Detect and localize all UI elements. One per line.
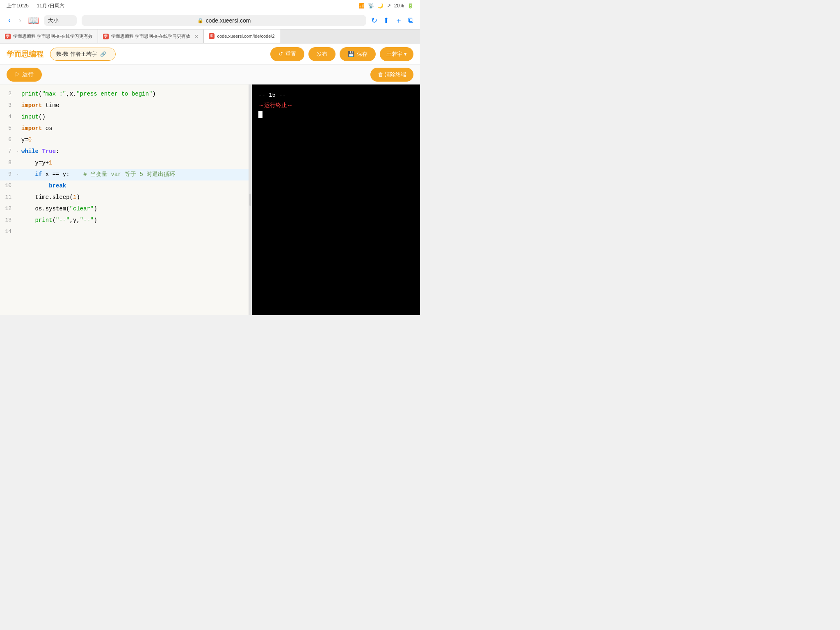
link-icon: 🔗: [100, 51, 106, 57]
bookmarks-icon[interactable]: 📖: [28, 15, 39, 26]
main-content: 2 print("max :",x,"press enter to begin"…: [0, 84, 420, 315]
tab-3-favicon: 学: [209, 33, 215, 39]
app-logo: 学而思编程: [7, 49, 43, 59]
forward-button[interactable]: ›: [17, 14, 23, 26]
tab-3[interactable]: 学 code.xueersi.com/ide/code/2: [204, 30, 280, 43]
editor-divider[interactable]: [249, 84, 252, 315]
code-line-12: 12 os.system("clear"): [0, 203, 249, 215]
url-text: code.xueersi.com: [206, 17, 251, 24]
moon-icon: 🌙: [377, 3, 383, 9]
battery-level: 20%: [394, 3, 404, 9]
app-header: 学而思编程 数-数 作者王若宇 🔗 ↺ 重置 发布 💾 保存 王若宇 ▾: [0, 43, 420, 65]
tab-1-label: 学而思编程 学而思网校-在线学习更有效: [13, 33, 93, 39]
back-button[interactable]: ‹: [7, 14, 12, 26]
code-line-13: 13 print("--",y,"--"): [0, 215, 249, 226]
status-icons: 📶 📡 🌙 ↗ 20% 🔋: [358, 3, 413, 9]
terminal-cursor-line: [258, 111, 413, 118]
code-line-4: 4 input(): [0, 112, 249, 123]
lock-icon: 🔒: [197, 18, 203, 23]
reset-button[interactable]: ↺ 重置: [270, 47, 304, 61]
address-left-input[interactable]: 大小: [44, 15, 77, 26]
terminal: -- 15 -- ～运行终止～: [252, 84, 420, 315]
tab-1-favicon: 学: [5, 34, 11, 39]
nav-bar: ‹ › 📖 大小 🔒 code.xueersi.com ↻ ⬆ ＋ ⧉: [0, 11, 420, 30]
nav-actions: ↻ ⬆ ＋ ⧉: [371, 16, 413, 25]
code-editor[interactable]: 2 print("max :",x,"press enter to begin"…: [0, 84, 249, 315]
save-button[interactable]: 💾 保存: [340, 47, 376, 61]
tabs-overview-button[interactable]: ⧉: [408, 16, 413, 25]
code-line-10: 10 break: [0, 180, 249, 192]
reset-icon: ↺: [278, 51, 283, 57]
address-bar[interactable]: 🔒 code.xueersi.com: [82, 15, 366, 26]
code-line-5: 5 import os: [0, 123, 249, 135]
header-actions: ↺ 重置 发布 💾 保存 王若宇 ▾: [270, 47, 413, 61]
status-time-date: 上午10:25 11月7日周六: [7, 2, 64, 9]
terminal-cursor: [258, 111, 262, 118]
save-icon: 💾: [348, 51, 354, 57]
user-button[interactable]: 王若宇 ▾: [380, 47, 413, 61]
toolbar: ▷ 运行 🗑 清除终端: [0, 65, 420, 84]
code-line-11: 11 time.sleep(1): [0, 192, 249, 203]
code-line-2: 2 print("max :",x,"press enter to begin"…: [0, 89, 249, 100]
code-line-7: 7 · while True:: [0, 146, 249, 158]
terminal-line-1: -- 15 --: [258, 90, 413, 100]
code-line-6: 6 y=0: [0, 135, 249, 146]
battery-icon: 🔋: [407, 3, 413, 9]
status-bar: 上午10:25 11月7日周六 📶 📡 🌙 ↗ 20% 🔋: [0, 0, 420, 11]
tab-2-close-button[interactable]: ✕: [194, 34, 199, 39]
code-line-14: 14: [0, 226, 249, 238]
new-tab-button[interactable]: ＋: [395, 16, 402, 25]
publish-button[interactable]: 发布: [308, 47, 336, 61]
tab-2-label: 学而思编程 学而思网校-在线学习更有效: [111, 33, 191, 39]
project-name-input[interactable]: 数-数 作者王若宇 🔗: [50, 48, 116, 61]
tab-2-favicon: 学: [103, 34, 109, 39]
tab-1[interactable]: 学 学而思编程 学而思网校-在线学习更有效: [0, 30, 98, 43]
project-name-text: 数-数 作者王若宇: [56, 50, 97, 58]
tab-2[interactable]: 学 学而思编程 学而思网校-在线学习更有效 ✕: [98, 30, 204, 43]
signal-icon: 📡: [368, 3, 374, 9]
chevron-down-icon: ▾: [404, 51, 407, 57]
code-line-3: 3 import time: [0, 100, 249, 112]
wifi-icon: 📶: [358, 3, 365, 9]
code-line-8: 8 y=y+1: [0, 158, 249, 169]
terminal-line-2: ～运行终止～: [258, 100, 413, 111]
share-button[interactable]: ⬆: [383, 16, 389, 25]
divider-dot: [249, 194, 251, 206]
clear-terminal-button[interactable]: 🗑 清除终端: [370, 68, 413, 82]
location-icon: ↗: [387, 3, 391, 9]
tabs-bar: 学 学而思编程 学而思网校-在线学习更有效 学 学而思编程 学而思网校-在线学习…: [0, 30, 420, 43]
code-line-9: 9 · if x == y: # 当变量 var 等于 5 时退出循环: [0, 169, 249, 180]
reload-button[interactable]: ↻: [371, 16, 377, 25]
tab-3-label: code.xueersi.com/ide/code/2: [217, 34, 274, 39]
run-button[interactable]: ▷ 运行: [7, 68, 42, 82]
